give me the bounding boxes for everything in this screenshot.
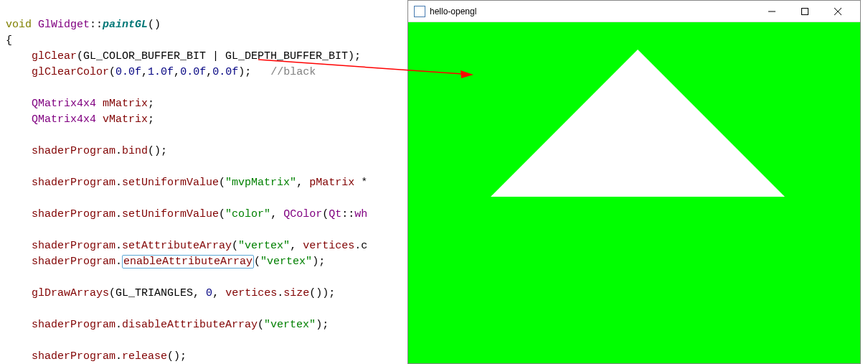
maximize-button[interactable] — [788, 1, 821, 22]
window-controls — [755, 1, 854, 22]
fn-enableAttributeArray-highlighted: enableAttributeArray — [122, 255, 254, 269]
rendered-triangle — [491, 50, 785, 197]
close-icon — [834, 8, 841, 15]
minimize-icon — [768, 8, 775, 15]
class-name: GlWidget — [38, 19, 90, 31]
opengl-viewport — [408, 22, 860, 363]
fn-setUniformValue: setUniformValue — [122, 177, 219, 189]
titlebar[interactable]: hello-opengl — [408, 1, 860, 22]
fn-glDrawArrays: glDrawArrays — [32, 287, 109, 299]
fn-disableAttributeArray: disableAttributeArray — [122, 319, 258, 331]
fn-setAttributeArray: setAttributeArray — [122, 240, 232, 252]
app-icon — [414, 6, 425, 17]
fn-glClear: glClear — [32, 50, 77, 62]
comment-black: //black — [270, 66, 316, 78]
svg-rect-3 — [802, 8, 808, 14]
fn-release: release — [122, 350, 167, 363]
keyword-void: void — [6, 19, 32, 31]
fn-bind: bind — [122, 145, 148, 157]
code-editor: void GlWidget::paintGL() { glClear(GL_CO… — [0, 0, 407, 364]
opengl-output-window: hello-opengl — [407, 0, 861, 364]
minimize-button[interactable] — [755, 1, 788, 22]
maximize-icon — [801, 8, 808, 15]
close-button[interactable] — [821, 1, 854, 22]
method-name: paintGL — [103, 19, 148, 31]
window-title: hello-opengl — [430, 6, 755, 17]
fn-glClearColor: glClearColor — [32, 66, 109, 78]
